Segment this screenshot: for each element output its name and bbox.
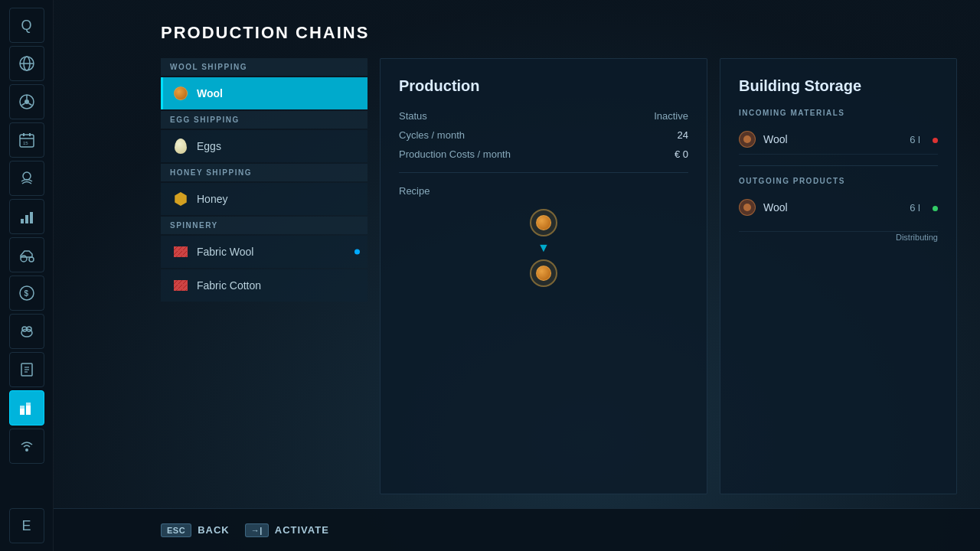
- sidebar-item-e[interactable]: E: [9, 508, 44, 543]
- svg-text:$: $: [24, 289, 28, 298]
- outgoing-wool-amount: 6 l: [910, 202, 920, 214]
- recipe-icon-top: [530, 209, 557, 236]
- sidebar: Q 15 $ E: [0, 0, 54, 551]
- production-title: Production: [399, 77, 688, 95]
- wool-label: Wool: [197, 87, 223, 99]
- sidebar-item-signal[interactable]: [9, 429, 44, 464]
- status-value: Inactive: [654, 110, 688, 122]
- sidebar-item-steering[interactable]: [9, 84, 44, 119]
- svg-point-32: [25, 448, 28, 452]
- activate-label: ACTIVATE: [275, 524, 329, 536]
- sidebar-item-chart[interactable]: [9, 199, 44, 234]
- svg-line-7: [28, 103, 31, 106]
- costs-row: Production Costs / month € 0: [399, 148, 688, 160]
- honey-label: Honey: [197, 193, 227, 205]
- svg-rect-28: [20, 409, 24, 415]
- svg-point-33: [743, 135, 751, 143]
- back-key: ESC: [161, 523, 191, 537]
- recipe-icon-bottom: [530, 259, 557, 287]
- back-button[interactable]: ESC BACK: [161, 523, 230, 537]
- cycles-label: Cycles / month: [399, 129, 465, 141]
- svg-point-13: [23, 172, 31, 180]
- honey-icon: [172, 191, 189, 207]
- recipe-arrow: ▼: [537, 241, 550, 255]
- sidebar-item-calendar[interactable]: 15: [9, 122, 44, 158]
- fabric-cotton-icon: [172, 277, 189, 294]
- list-panel: WOOL SHIPPING Wool EGG SHIPPING Eggs HON…: [161, 58, 368, 494]
- activate-key: →|: [245, 523, 269, 537]
- svg-rect-30: [26, 406, 31, 415]
- recipe-icons: ▼: [399, 209, 688, 287]
- incoming-wool-name: Wool: [763, 133, 902, 145]
- svg-text:15: 15: [23, 141, 28, 145]
- fabric-wool-dot: [354, 249, 360, 255]
- svg-point-34: [743, 204, 751, 211]
- sidebar-item-animal[interactable]: [9, 314, 44, 349]
- svg-rect-31: [26, 403, 31, 406]
- main-content: PRODUCTION CHAINS WOOL SHIPPING Wool EGG…: [54, 0, 980, 551]
- fabric-wool-icon: [172, 243, 189, 260]
- sidebar-item-weather[interactable]: [9, 161, 44, 196]
- activate-button[interactable]: →| ACTIVATE: [245, 523, 329, 537]
- svg-rect-15: [25, 215, 28, 223]
- fabric-wool-label: Fabric Wool: [197, 246, 253, 258]
- list-item-fabric-wool[interactable]: Fabric Wool: [161, 236, 368, 268]
- content-layout: WOOL SHIPPING Wool EGG SHIPPING Eggs HON…: [161, 58, 957, 494]
- outgoing-wool-icon: [739, 199, 756, 216]
- section-header-spinnery: SPINNERY: [161, 217, 368, 234]
- storage-panel: Building Storage INCOMING MATERIALS Wool…: [720, 58, 957, 494]
- incoming-label: INCOMING MATERIALS: [739, 109, 938, 117]
- list-item-eggs[interactable]: Eggs: [161, 130, 368, 162]
- costs-label: Production Costs / month: [399, 148, 511, 160]
- costs-value: € 0: [675, 148, 688, 160]
- sidebar-item-book[interactable]: [9, 352, 44, 387]
- incoming-wool-amount: 6 l: [910, 134, 920, 145]
- page-title: PRODUCTION CHAINS: [161, 23, 957, 43]
- eggs-label: Eggs: [197, 140, 221, 152]
- incoming-item-wool: Wool 6 l: [739, 125, 938, 155]
- back-label: BACK: [198, 524, 230, 536]
- outgoing-status-dot: [933, 206, 938, 211]
- wool-icon: [172, 85, 189, 102]
- sidebar-item-globe[interactable]: [9, 46, 44, 81]
- status-row: Status Inactive: [399, 110, 688, 122]
- recipe-title: Recipe: [399, 185, 688, 197]
- fabric-cotton-label: Fabric Cotton: [197, 279, 261, 292]
- storage-divider: [739, 165, 938, 166]
- svg-point-4: [24, 99, 29, 104]
- cycles-value: 24: [678, 129, 688, 141]
- section-header-egg-shipping: EGG SHIPPING: [161, 111, 368, 129]
- cycles-row: Cycles / month 24: [399, 129, 688, 141]
- svg-rect-29: [20, 406, 24, 409]
- section-header-wool-shipping: WOOL SHIPPING: [161, 58, 368, 76]
- incoming-wool-icon: [739, 131, 756, 148]
- list-item-fabric-cotton[interactable]: Fabric Cotton: [161, 269, 368, 302]
- divider: [399, 172, 688, 173]
- production-panel: Production Status Inactive Cycles / mont…: [380, 58, 707, 494]
- svg-point-17: [21, 256, 27, 262]
- svg-rect-16: [30, 212, 33, 223]
- section-header-honey-shipping: HONEY SHIPPING: [161, 164, 368, 181]
- sidebar-item-q[interactable]: Q: [9, 8, 44, 43]
- outgoing-label: OUTGOING PRODUCTS: [739, 177, 938, 185]
- svg-point-18: [29, 257, 34, 262]
- outgoing-item-wool: Wool 6 l Distributing: [739, 193, 938, 232]
- list-item-honey[interactable]: Honey: [161, 183, 368, 215]
- svg-rect-14: [21, 219, 24, 223]
- outgoing-wool-name: Wool: [763, 201, 902, 214]
- incoming-status-dot: [933, 138, 938, 143]
- bottom-bar: ESC BACK →| ACTIVATE: [54, 508, 980, 551]
- sidebar-item-tractor[interactable]: [9, 237, 44, 272]
- sidebar-item-production[interactable]: [9, 390, 44, 425]
- eggs-icon: [172, 138, 189, 155]
- svg-line-6: [21, 103, 24, 106]
- sidebar-item-money[interactable]: $: [9, 276, 44, 311]
- storage-title: Building Storage: [739, 77, 938, 95]
- list-item-wool[interactable]: Wool: [161, 77, 368, 109]
- outgoing-wool-sub: Distributing: [896, 233, 938, 242]
- status-label: Status: [399, 110, 427, 122]
